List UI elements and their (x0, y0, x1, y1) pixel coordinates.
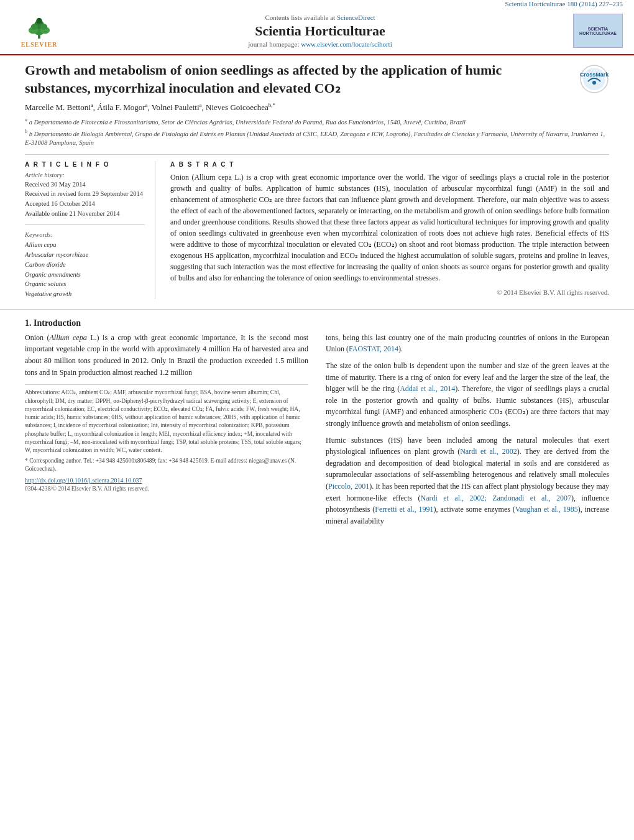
homepage-link[interactable]: www.elsevier.com/locate/scihorti (301, 40, 392, 48)
page-wrapper: Scientia Horticulturae 180 (2014) 227–23… (0, 0, 634, 538)
svg-point-11 (592, 81, 596, 85)
info-divider (25, 224, 145, 225)
article-content: Growth and metabolism of onion seedlings… (0, 55, 634, 305)
copyright-line: © 2014 Elsevier B.V. All rights reserved… (170, 288, 609, 296)
keywords-label: Keywords: (25, 231, 145, 238)
footnote-section: Abbreviations: ACO₂, ambient CO₂; AMF, a… (25, 384, 308, 492)
keyword-6: Vegetative growth (25, 289, 145, 299)
abbreviations-footnote: Abbreviations: ACO₂, ambient CO₂; AMF, a… (25, 389, 308, 455)
intro-left-text: Onion (Allium cepa L.) is a crop with gr… (25, 332, 308, 378)
journal-title: Scientia Horticulturae (73, 23, 567, 39)
body-left-col: Onion (Allium cepa L.) is a crop with gr… (25, 332, 308, 532)
nardi-ref[interactable]: Nardi et al., 2002 (460, 447, 517, 456)
two-col-section: A R T I C L E I N F O Article history: R… (25, 161, 609, 299)
accepted-date: Accepted 16 October 2014 (25, 200, 145, 209)
ferretti-ref[interactable]: Ferretti et al., 1991 (375, 505, 433, 514)
keyword-3: Carbon dioxide (25, 260, 145, 270)
abstract-col: A B S T R A C T Onion (Allium cepa L.) i… (170, 161, 609, 299)
article-info-col: A R T I C L E I N F O Article history: R… (25, 161, 155, 299)
keywords-block: Keywords: Allium cepa Arbuscular mycorrh… (25, 231, 145, 299)
sciencedirect-link[interactable]: ScienceDirect (337, 14, 375, 21)
vaughan-ref[interactable]: Vaughan et al., 1985 (515, 505, 578, 514)
elsevier-label: ELSEVIER (21, 41, 58, 48)
journal-ref: Scientia Horticulturae 180 (2014) 227–23… (0, 0, 634, 7)
intro-section-title: 1. Introduction (25, 318, 609, 328)
svg-point-6 (40, 24, 47, 30)
body-right-col: tons, being this last country one of the… (326, 332, 609, 532)
svg-point-7 (36, 18, 42, 24)
affiliation-b: b b Departamento de Biología Ambiental, … (25, 128, 609, 148)
journal-ref-text: Scientia Horticulturae 180 (2014) 227–23… (505, 0, 623, 7)
history-label: Article history: (25, 172, 145, 178)
available-online: Available online 21 November 2014 (25, 210, 145, 219)
faostat-ref[interactable]: FAOSTAT, 2014 (349, 344, 398, 353)
article-title-section: Growth and metabolism of onion seedlings… (25, 62, 609, 97)
abstract-text: Onion (Allium cepa L.) is a crop with gr… (170, 172, 609, 284)
keyword-5: Organic solutes (25, 279, 145, 289)
body-content: 1. Introduction Onion (Allium cepa L.) i… (0, 309, 634, 538)
addai-ref[interactable]: Addai et al., 2014 (400, 384, 455, 393)
authors-line: Marcelle M. Bettonia, Átila F. Mogora, V… (25, 102, 609, 113)
keyword-2: Arbuscular mycorrhizae (25, 250, 145, 260)
affiliation-a: a a Departamento de Fitotecnia e Fitossa… (25, 116, 609, 127)
divider (25, 154, 609, 155)
nardi2002-ref[interactable]: Nardi et al., 2002; Zandonadi et al., 20… (421, 494, 571, 502)
article-title: Growth and metabolism of onion seedlings… (25, 62, 510, 97)
crossmark-badge: CrossMark (579, 64, 609, 94)
contents-line: Contents lists available at ScienceDirec… (73, 14, 567, 21)
keyword-1: Allium cepa (25, 240, 145, 250)
journal-header: ELSEVIER Contents lists available at Sci… (0, 9, 634, 55)
keyword-4: Organic amendments (25, 270, 145, 280)
piccolo-ref[interactable]: Piccolo, 2001 (328, 482, 369, 491)
elsevier-logo: ELSEVIER (11, 14, 67, 48)
intro-right-para2: The size of the onion bulb is dependent … (326, 360, 609, 430)
svg-point-5 (31, 24, 38, 30)
journal-top-bar: ELSEVIER Contents lists available at Sci… (0, 14, 634, 52)
corresponding-author: * Corresponding author. Tel.: +34 948 42… (25, 457, 308, 474)
article-info-heading: A R T I C L E I N F O (25, 161, 145, 168)
received-date: Received 30 May 2014 (25, 180, 145, 190)
homepage-line: journal homepage: www.elsevier.com/locat… (73, 40, 567, 48)
elsevier-tree-icon (21, 16, 58, 40)
abstract-heading: A B S T R A C T (170, 161, 609, 168)
body-two-col: Onion (Allium cepa L.) is a crop with gr… (25, 332, 609, 532)
intro-right-para3: Humic substances (HS) have been included… (326, 435, 609, 527)
svg-text:CrossMark: CrossMark (580, 72, 609, 78)
intro-right-text: tons, being this last country one of the… (326, 332, 609, 355)
received-revised: Received in revised form 29 September 20… (25, 190, 145, 199)
journal-logo-right: SCIENTIAHORTICULTURAE (573, 14, 623, 48)
doi-link[interactable]: http://dx.doi.org/10.1016/j.scienta.2014… (25, 477, 308, 484)
issn-line: 0304-4238/© 2014 Elsevier B.V. All right… (25, 486, 308, 492)
journal-center: Contents lists available at ScienceDirec… (67, 14, 573, 48)
